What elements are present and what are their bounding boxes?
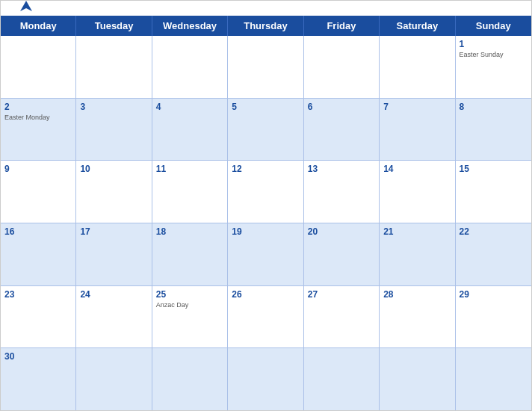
bird-svg (16, 0, 37, 19)
day-cell: 2Easter Monday (1, 99, 76, 161)
day-cell (152, 348, 228, 410)
day-number: 14 (383, 164, 451, 174)
day-number: 1 (460, 39, 528, 49)
week-row-5: 232425Anzac Day26272829 (1, 286, 531, 349)
day-cell (152, 36, 228, 98)
day-cell: 28 (380, 286, 455, 348)
day-cell (1, 36, 76, 98)
day-cell: 23 (1, 286, 76, 348)
day-cell: 10 (76, 161, 152, 223)
day-number: 22 (460, 226, 528, 237)
day-number: 4 (156, 102, 223, 112)
day-header-thursday: Thursday (228, 16, 303, 36)
day-number: 18 (156, 226, 223, 237)
day-header-friday: Friday (304, 16, 380, 36)
day-number: 20 (308, 226, 375, 237)
day-cell (456, 348, 531, 410)
day-cell: 4 (152, 99, 228, 161)
day-cell: 11 (152, 161, 228, 223)
day-number: 13 (308, 164, 375, 174)
day-cell: 9 (1, 161, 76, 223)
svg-marker-0 (20, 1, 32, 11)
day-header-wednesday: Wednesday (152, 16, 228, 36)
day-number: 2 (4, 102, 72, 112)
day-cell (380, 348, 455, 410)
calendar-grid: MondayTuesdayWednesdayThursdayFridaySatu… (1, 16, 531, 410)
day-header-monday: Monday (1, 16, 76, 36)
week-row-3: 9101112131415 (1, 161, 531, 223)
day-cell (304, 348, 380, 410)
day-cell: 21 (380, 223, 455, 285)
holiday-label: Anzac Day (156, 301, 223, 309)
day-number: 12 (232, 164, 299, 174)
day-number: 3 (80, 102, 147, 112)
day-cell: 6 (304, 99, 380, 161)
day-number: 29 (460, 289, 528, 300)
day-number: 24 (80, 289, 147, 300)
day-cell: 12 (228, 161, 303, 223)
day-cell (76, 36, 152, 98)
logo (16, 0, 38, 19)
day-number: 7 (383, 102, 451, 112)
day-number: 17 (80, 226, 147, 237)
holiday-label: Easter Sunday (460, 51, 528, 58)
day-number: 19 (232, 226, 299, 237)
week-row-2: 2Easter Monday345678 (1, 99, 531, 161)
day-number: 6 (308, 102, 375, 112)
day-cell (304, 36, 380, 98)
day-cell: 30 (1, 348, 76, 410)
day-cell: 27 (304, 286, 380, 348)
day-number: 25 (156, 289, 223, 300)
day-number: 26 (232, 289, 299, 300)
day-cell: 5 (228, 99, 303, 161)
day-cell: 19 (228, 223, 303, 285)
day-number: 9 (4, 164, 72, 174)
weeks-container: 1Easter Sunday2Easter Monday345678910111… (1, 36, 531, 410)
day-header-sunday: Sunday (456, 16, 531, 36)
day-header-saturday: Saturday (380, 16, 455, 36)
day-cell: 25Anzac Day (152, 286, 228, 348)
day-cell: 15 (456, 161, 531, 223)
day-number: 30 (4, 351, 72, 362)
calendar-header (1, 1, 531, 16)
day-cell: 29 (456, 286, 531, 348)
holiday-label: Easter Monday (4, 114, 72, 121)
day-cell: 18 (152, 223, 228, 285)
day-cell: 24 (76, 286, 152, 348)
logo-bird-icon (16, 0, 37, 19)
day-cell (228, 348, 303, 410)
day-header-tuesday: Tuesday (76, 16, 152, 36)
day-cell (76, 348, 152, 410)
day-cell (228, 36, 303, 98)
day-number: 11 (156, 164, 223, 174)
day-number: 16 (4, 226, 72, 237)
day-cell (380, 36, 455, 98)
day-number: 23 (4, 289, 72, 300)
day-number: 8 (460, 102, 528, 112)
day-cell: 8 (456, 99, 531, 161)
calendar: MondayTuesdayWednesdayThursdayFridaySatu… (0, 0, 532, 411)
day-cell: 14 (380, 161, 455, 223)
day-cell: 20 (304, 223, 380, 285)
day-number: 5 (232, 102, 299, 112)
week-row-4: 16171819202122 (1, 223, 531, 286)
day-number: 21 (383, 226, 451, 237)
week-row-1: 1Easter Sunday (1, 36, 531, 99)
week-row-6: 30 (1, 348, 531, 410)
day-cell: 16 (1, 223, 76, 285)
day-number: 28 (383, 289, 451, 300)
day-number: 10 (80, 164, 147, 174)
day-cell: 1Easter Sunday (456, 36, 531, 98)
day-cell: 22 (456, 223, 531, 285)
day-headers-row: MondayTuesdayWednesdayThursdayFridaySatu… (1, 16, 531, 36)
day-cell: 13 (304, 161, 380, 223)
day-cell: 3 (76, 99, 152, 161)
day-cell: 7 (380, 99, 455, 161)
day-number: 27 (308, 289, 375, 300)
day-number: 15 (460, 164, 528, 174)
day-cell: 17 (76, 223, 152, 285)
day-cell: 26 (228, 286, 303, 348)
